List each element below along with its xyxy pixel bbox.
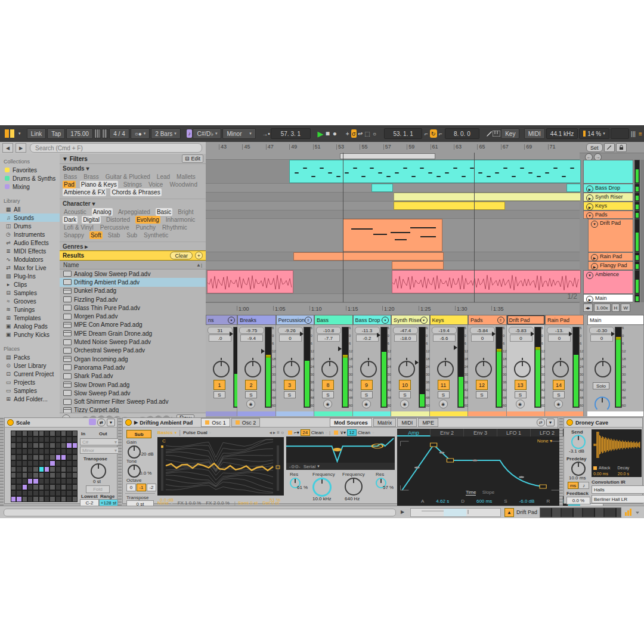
volume-field[interactable]: .0 <box>209 335 231 342</box>
track-fold-icon[interactable]: ▶ <box>591 254 598 261</box>
time-ruler[interactable]: 1:001:051:101:151:201:251:301:35 <box>206 302 580 315</box>
scale-grid-cell-active[interactable] <box>66 442 72 448</box>
mixer-strip-synth-riser[interactable]: -47.4-18.0606121824303642486010S◉ <box>391 325 430 411</box>
scale-grid-cell[interactable] <box>11 442 16 448</box>
logo-caret-icon[interactable]: ▾ <box>18 131 21 136</box>
octave-option--1[interactable]: -1 <box>137 484 146 491</box>
track-status-icon[interactable]: ▲ <box>504 508 514 517</box>
scale-grid-cell[interactable] <box>72 448 78 454</box>
drift-semi-value[interactable]: Semi 0 st <box>238 500 258 506</box>
scale-grid-cell[interactable] <box>33 490 38 496</box>
clip[interactable] <box>392 270 581 293</box>
octave-option--2[interactable]: -2 <box>147 484 156 491</box>
ir-attack-value[interactable]: 0.00 ms <box>593 472 608 476</box>
filter-tag-rhythmic[interactable]: Rhythmic <box>161 224 188 231</box>
solo-button[interactable]: S <box>476 391 488 398</box>
mixer-track-header-drift-pad[interactable]: Drift Pad <box>507 315 546 325</box>
filter-tag-voice[interactable]: Voice <box>147 181 164 188</box>
filter-routing-mode[interactable]: Serial <box>304 464 315 469</box>
track-fold-icon[interactable]: ▶ <box>586 194 593 202</box>
list-item[interactable]: MPE Con Amore Pad.adg <box>60 321 206 329</box>
scale-grid-cell[interactable] <box>49 442 55 448</box>
drift-wavetable-name[interactable]: Pulse Dual <box>183 430 208 435</box>
scale-grid-cell[interactable] <box>44 442 49 448</box>
filter-tag-mallets[interactable]: Mallets <box>175 173 197 181</box>
clip[interactable] <box>392 261 444 270</box>
scale-grid-cell[interactable] <box>61 460 66 466</box>
filter-tag-digital[interactable]: Digital <box>82 216 101 224</box>
scale-grid-cell[interactable] <box>16 436 21 442</box>
mixer-strip-rain-pad[interactable]: -13.0606121824303642486014S◉ <box>545 325 584 411</box>
filter-tag-punchy[interactable]: Punchy <box>135 224 157 231</box>
filter-routing-bar[interactable]: -⊙⊙-Serial▾ <box>286 463 395 470</box>
scale-grid-cell-active[interactable] <box>49 460 55 466</box>
peak-level-display[interactable]: -5.84 <box>470 327 495 334</box>
clear-filters-button[interactable]: Clear <box>170 252 193 259</box>
drift-expand-icon[interactable]: ▶ <box>134 420 138 425</box>
punch-in-icon[interactable]: ⌐ <box>423 129 430 138</box>
droney-title[interactable]: Droney Cave <box>575 420 608 426</box>
mixer-strip-pads[interactable]: -5.840606121824303642486012S <box>468 325 507 411</box>
track-fold-icon[interactable]: ▼ <box>586 272 593 279</box>
track-lane[interactable] <box>206 252 580 261</box>
volume-arrow-marker[interactable] <box>611 332 615 336</box>
wavetable-nav-icons[interactable]: ◂ ▸ ≡ ○ <box>270 430 284 435</box>
track-activator-number[interactable]: 14 <box>553 380 565 390</box>
device-chain-overview[interactable] <box>540 507 621 518</box>
sidebar-item-current-project[interactable]: ⊡Current Project <box>0 370 60 378</box>
scale-grid-cell[interactable] <box>72 472 78 478</box>
sidebar-item-tunings[interactable]: ≋Tunings <box>0 305 60 314</box>
sidebar-item-drums-synths[interactable]: Drums & Synths <box>0 174 60 182</box>
track-lane[interactable] <box>206 210 580 219</box>
zoom-height-button[interactable]: H <box>612 304 620 312</box>
peak-level-display[interactable]: -11.3 <box>355 327 380 334</box>
scale-grid-cell[interactable] <box>33 436 38 442</box>
scale-grid-cell[interactable] <box>11 478 16 484</box>
filter-tag-soft[interactable]: Soft <box>89 231 103 239</box>
drift-transpose-value[interactable]: 0 st <box>126 500 154 506</box>
arrangement-scrollbar[interactable] <box>640 160 644 302</box>
filter-tag-woodwind[interactable]: Woodwind <box>168 181 199 188</box>
volume-field[interactable]: -9.4 <box>240 335 263 342</box>
mixer-strip-drift-pad[interactable]: -5.830606121824303642486013S◉ <box>507 325 546 411</box>
scale-grid-cell-active[interactable] <box>55 454 61 460</box>
track-activator-number[interactable]: 10 <box>399 380 411 390</box>
scale-grid-cell[interactable] <box>33 460 38 466</box>
midi-map-button[interactable]: MIDI <box>524 128 545 139</box>
scale-transpose-value[interactable]: 0 st <box>93 479 101 484</box>
scale-grid-cell[interactable] <box>39 448 44 454</box>
list-item[interactable]: Muted Noise Sweep Pad.adv <box>60 338 206 346</box>
scale-fold-button[interactable]: Fold <box>86 485 110 493</box>
scale-grid-cell[interactable] <box>49 484 55 490</box>
drift-device-on-toggle[interactable] <box>125 419 132 426</box>
filter-tag-stab[interactable]: Stab <box>107 231 122 239</box>
mixer-track-header-bass[interactable]: Bass <box>314 315 353 325</box>
filter-tag-sub[interactable]: Sub <box>125 231 138 239</box>
scale-grid-cell[interactable] <box>39 484 44 490</box>
clip[interactable] <box>394 202 505 210</box>
list-item[interactable]: Orchestral Sweep Pad.adv <box>60 346 206 355</box>
filter2-freq-knob[interactable] <box>345 478 363 496</box>
env-tab-env-[interactable]: Env 2 <box>431 429 464 436</box>
filter-tag-bass[interactable]: Bass <box>63 173 78 181</box>
scale-grid-cell[interactable] <box>66 472 72 478</box>
horizontal-scrollbar[interactable] <box>4 509 396 516</box>
character-section-header[interactable]: Character ▾ <box>60 199 206 208</box>
mixer-track-header-synth-riser[interactable]: Synth Riser▾ <box>391 315 430 325</box>
filter2-slope[interactable]: 12 <box>347 429 357 436</box>
droney-send-knob[interactable] <box>571 435 586 449</box>
mixer-strip-ns[interactable]: 31.060612182430364248601S <box>206 325 237 411</box>
arm-button[interactable]: ◉ <box>323 400 332 408</box>
filter2-mode[interactable]: Clean <box>358 430 370 435</box>
scale-grid-cell[interactable] <box>49 472 55 478</box>
mixer-strip-percussion[interactable]: -9.26060612182430364248603S <box>276 325 315 411</box>
arrangement-position[interactable]: 57. 3. 1 <box>271 128 311 139</box>
scale-grid-cell[interactable] <box>49 454 55 460</box>
track-header-rain-pad[interactable]: ▶Rain Pad <box>588 252 633 261</box>
beat-time-ruler[interactable]: 434547495153555759616365676971 <box>206 142 644 153</box>
env-sustain-value[interactable]: -6.0 dB <box>519 499 535 504</box>
sidebar-item-modulators[interactable]: ∿Modulators <box>0 255 60 264</box>
pan-knob[interactable] <box>552 361 569 377</box>
solo-button[interactable]: S <box>515 391 527 398</box>
filter-tag-ambience-fx[interactable]: Ambience & FX <box>63 188 106 196</box>
